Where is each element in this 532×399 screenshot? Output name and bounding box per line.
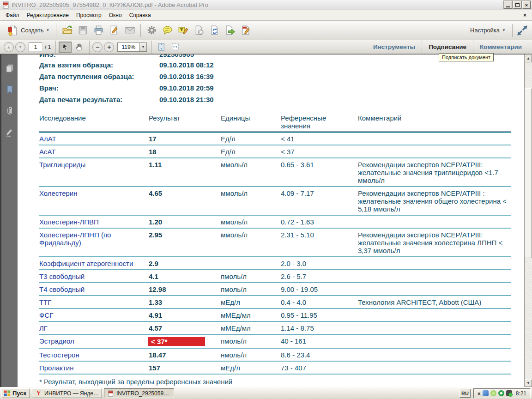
next-page-button[interactable]: ▼ (15, 42, 25, 52)
test-reference: < 37 (281, 145, 358, 157)
toolbar-separator (512, 24, 513, 37)
test-reference: 8.6 - 23.4 (281, 349, 358, 361)
create-pdf-icon (6, 24, 18, 36)
email-button[interactable] (122, 23, 138, 38)
meta-value: 09.10.2018 16:39 (159, 73, 214, 80)
text-annotation-button[interactable] (175, 23, 191, 38)
test-result: 2.95 (149, 229, 221, 256)
test-units: пмоль/л (221, 335, 281, 348)
result-value: 2.9 (149, 260, 158, 267)
close-button[interactable]: × (522, 1, 531, 9)
open-file-button[interactable] (59, 23, 75, 38)
table-row: АсАТ 18 Ед/л < 37 (39, 145, 511, 158)
menu-item[interactable]: Окно (105, 11, 126, 20)
create-pdf-button[interactable]: Создать ▼ (3, 23, 53, 38)
document-close-icon[interactable]: × (520, 12, 530, 18)
result-value: 4.65 (149, 189, 162, 197)
sign-document-button[interactable] (106, 23, 122, 38)
antivirus-tray-icon[interactable] (498, 390, 504, 396)
minimize-button[interactable] (504, 1, 512, 9)
export-file-button[interactable] (222, 23, 238, 38)
header-result: Результат (149, 112, 221, 132)
test-units: Ед/л (221, 145, 281, 157)
vertical-scrollbar[interactable]: ▲ ▼ (524, 54, 532, 387)
fit-page-button[interactable] (169, 42, 181, 53)
messenger-tray-icon[interactable] (506, 390, 512, 396)
test-name: Триглицериды (39, 158, 149, 186)
scrollbar-thumb[interactable] (525, 88, 532, 258)
print-button[interactable] (91, 23, 106, 38)
test-reference: 0.4 - 4.0 (281, 296, 358, 308)
chevron-down-icon: ▼ (46, 28, 49, 32)
tray-expand-icon[interactable]: « (478, 390, 481, 397)
result-value: 4.91 (149, 311, 162, 319)
table-header-row: Исследование Результат Единицы Референсн… (39, 112, 511, 133)
scroll-up-button[interactable]: ▲ (525, 54, 532, 62)
scroll-down-button[interactable]: ▼ (525, 379, 532, 387)
utorrent-tray-icon[interactable] (490, 390, 496, 396)
bookmarks-panel-button[interactable] (4, 84, 15, 95)
menu-item[interactable]: Просмотр (73, 11, 105, 20)
menu-item[interactable]: Файл (2, 11, 23, 20)
document-area: ИНЗ: 292505905 Дата взятия образца: 09.1… (0, 54, 532, 387)
zoom-dropdown-button[interactable]: ▼ (139, 42, 147, 52)
result-value: 1.11 (149, 161, 162, 169)
bookmark-icon (5, 85, 15, 95)
test-units: пмоль/л (221, 270, 281, 282)
network-tray-icon[interactable] (483, 390, 489, 396)
header-units: Единицы (221, 112, 281, 132)
table-row: АлАТ 17 Ед/л < 41 (39, 133, 511, 145)
edit-document-button[interactable] (238, 23, 254, 38)
page-number-input[interactable]: 1 (29, 42, 42, 52)
inz-value: 292505905 (159, 54, 194, 58)
replace-pages-button[interactable] (206, 23, 222, 38)
menu-item[interactable]: Справка (126, 11, 155, 20)
language-indicator[interactable]: RU (459, 389, 471, 398)
zoom-level-input[interactable]: 119% (117, 42, 139, 52)
restore-button[interactable] (513, 1, 521, 9)
attachments-panel-button[interactable] (4, 105, 15, 116)
start-button[interactable]: Пуск (1, 388, 30, 398)
menu-bar: ФайлРедактированиеПросмотрОкноСправка × (0, 10, 532, 21)
table-row: Эстрадиол < 37* пмоль/л 40 - 161 (39, 335, 511, 349)
minimize-icon (506, 6, 510, 7)
preferences-button[interactable] (144, 23, 159, 38)
zoom-out-button[interactable]: − (92, 42, 103, 52)
table-row: Пролактин 157 мЕд/л 73 - 407 (39, 362, 511, 375)
table-row: Коэффициент атерогенности 2.9 2.0 - 3.0 (39, 257, 511, 270)
test-comment (358, 309, 510, 321)
test-units: мМЕд/мл (221, 309, 281, 321)
panel-tab[interactable]: Подписание (422, 40, 473, 54)
panel-tab[interactable]: Комментарии (473, 40, 528, 54)
inz-label: ИНЗ: (39, 54, 159, 58)
meta-label: Врач: (39, 84, 159, 92)
pages-panel-button[interactable] (4, 63, 15, 74)
test-name: Пролактин (39, 362, 149, 374)
previous-page-button[interactable]: ▲ (4, 42, 14, 52)
signatures-panel-button[interactable] (4, 127, 15, 138)
menu-item[interactable]: Редактирование (23, 11, 73, 20)
comment-button[interactable] (159, 23, 175, 38)
settings-label: Настройка (470, 27, 500, 34)
navigation-toolbar: ▲ ▼ 1 / 1 − + 119% ▼ ИнструментыПодписан… (0, 40, 532, 54)
hand-tool-button[interactable] (73, 42, 85, 53)
expand-toolbar-button[interactable] (515, 24, 529, 37)
panel-tab[interactable]: Инструменты (367, 40, 422, 54)
replace-pages-icon (209, 24, 220, 36)
settings-button[interactable]: Настройка ▼ (466, 25, 509, 35)
scroll-mode-button[interactable] (155, 42, 168, 53)
test-comment (358, 145, 510, 157)
select-tool-button[interactable] (59, 42, 72, 53)
save-file-button[interactable] (75, 23, 91, 38)
zoom-in-button[interactable]: + (104, 42, 114, 52)
window-title: INVITRO_292505905_97554982_0_КРУЖАЛОВ.pd… (12, 1, 208, 8)
test-units: ммоль/л (221, 216, 281, 228)
test-reference: 4.09 - 7.17 (281, 187, 358, 215)
taskbar-item-pdf[interactable]: INVITRO_29250590... (104, 388, 174, 398)
page-total-label: / 1 (45, 44, 51, 50)
test-result: 4.57 (149, 322, 221, 334)
taskbar-item-yandex[interactable]: Y ИНВИТРО — Яндек... (32, 388, 102, 398)
test-name: Эстрадиол (39, 335, 149, 348)
test-reference: 0.72 - 1.63 (281, 216, 358, 228)
delete-pages-button[interactable] (191, 23, 206, 38)
